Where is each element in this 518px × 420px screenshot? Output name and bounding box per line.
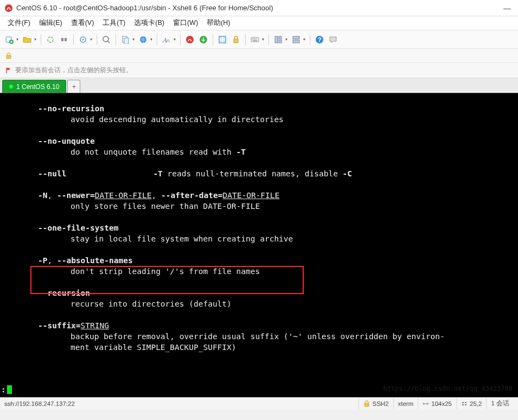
status-bar: ssh://192.168.247.137:22 SSH2 xterm 104x… [0,397,518,409]
connected-dot-icon [9,85,13,88]
prompt-colon: : [1,385,6,394]
minimize-button[interactable]: — [501,4,514,12]
titlebar: CentOS 6.10 - root@CentOS-hadoop1:/usr/s… [0,0,518,16]
svg-rect-30 [7,55,11,59]
status-size: 104x25 [418,398,456,409]
toolbar-separator [73,34,74,45]
opt-N: -N [38,191,47,200]
terminal[interactable]: --no-recursion avoid descending automati… [0,93,518,397]
xagent-button[interactable] [184,34,196,46]
address-bar[interactable] [0,49,518,63]
window-title: CentOS 6.10 - root@CentOS-hadoop1:/usr/s… [16,4,501,12]
flag-T2: -T [153,169,162,178]
toolbar-separator [213,34,213,45]
globe-button[interactable] [137,34,154,46]
desc-one-fs: stay in local file system when creating … [5,233,513,244]
highlight-box [30,266,304,294]
arg-string: STRING [81,321,109,330]
properties-button[interactable] [77,34,93,46]
menu-view[interactable]: 查看(V) [67,17,99,29]
flag-T: -T [236,148,246,156]
desc-suffix-1: backup before removal, override usual su… [5,331,513,342]
toolbar-separator [116,34,116,45]
tab-session-1[interactable]: 1 CentOS 6.10 [2,80,66,93]
toolbar-separator [180,34,181,45]
svg-point-0 [5,4,12,12]
arg-date2: DATE-OR-FILE [223,191,280,200]
menu-tabs[interactable]: 选项卡(B) [130,17,169,29]
xftp-button[interactable] [197,34,209,46]
svg-rect-18 [251,37,259,42]
plus-icon: + [72,83,76,91]
svg-rect-5 [65,38,67,41]
disconnect-button[interactable] [58,34,70,46]
svg-rect-21 [255,39,257,40]
desc-recursion: recurse into directories (default) [5,298,513,309]
svg-point-3 [48,37,53,42]
opt-P: -P [38,256,47,265]
menu-edit[interactable]: 编辑(E) [35,17,67,29]
opt-one-fs: --one-file-system [38,224,118,232]
opt-null: --null [38,169,66,178]
toolbar: AA ? [0,30,518,49]
paste-button[interactable] [119,34,136,46]
svg-rect-34 [465,402,466,403]
lock-icon [363,400,370,407]
new-session-button[interactable] [3,34,20,46]
watermark: https://blog.csdn.net/qq_43413788 [383,383,513,394]
status-cursor-pos: 25,2 [456,398,486,409]
opt-no-unquote: --no-unquote [38,137,95,145]
open-session-button[interactable] [21,34,37,46]
reconnect-button[interactable] [44,34,56,46]
opt-no-recursion: --no-recursion [38,104,104,113]
lock-button[interactable] [230,34,242,46]
fullscreen-button[interactable] [216,34,228,46]
status-proto: SSH2 [359,398,393,409]
svg-rect-33 [462,404,464,405]
menu-file[interactable]: 文件(F) [3,17,35,29]
arg-date1: DATE-OR-FILE [95,191,152,200]
svg-rect-32 [462,402,464,403]
lock-icon [5,53,12,59]
svg-rect-35 [465,404,466,405]
svg-rect-17 [234,39,238,43]
desc-no-recursion: avoid descending automatically in direct… [5,114,513,125]
status-connection: ssh://192.168.247.137:22 [4,400,75,407]
svg-text:?: ? [318,36,322,43]
info-text: 要添加当前会话，点击左侧的箭头按钮。 [15,66,132,75]
toolbar-separator [157,34,157,45]
status-sessions: 1 会话 [486,398,514,409]
svg-point-8 [103,36,108,42]
tile-button[interactable] [290,34,306,46]
opt-after-date: --after-date= [161,191,223,200]
size-icon [423,400,429,407]
tab-label: 1 CentOS 6.10 [16,83,59,91]
flag-C: -C [343,169,352,178]
menubar: 文件(F) 编辑(E) 查看(V) 工具(T) 选项卡(B) 窗口(W) 帮助(… [0,16,518,30]
tab-add-button[interactable]: + [67,80,80,93]
tab-strip: 1 CentOS 6.10 + [0,78,518,93]
svg-rect-4 [61,38,63,41]
prompt-line: : [1,384,12,395]
svg-rect-22 [253,40,257,41]
svg-rect-10 [124,38,129,44]
svg-rect-19 [252,39,253,40]
svg-point-7 [82,39,84,40]
menu-window[interactable]: 窗口(W) [169,17,202,29]
toolbar-separator [310,34,310,45]
toolbar-separator [41,34,41,45]
toolbar-separator [245,34,246,45]
copy-button[interactable] [100,34,112,46]
svg-rect-31 [364,403,369,406]
menu-tools[interactable]: 工具(T) [98,17,130,29]
menu-help[interactable]: 帮助(H) [202,17,234,29]
keyboard-button[interactable] [249,34,265,46]
info-bar: 要添加当前会话，点击左侧的箭头按钮。 [0,63,518,78]
font-button[interactable]: AA [161,34,177,46]
feedback-button[interactable] [327,34,339,46]
layout-button[interactable] [272,34,289,46]
help-button[interactable]: ? [314,34,325,46]
opt-absolute-names: --absolute-names [57,256,133,265]
desc-suffix-2: ment variable SIMPLE_BACKUP_SUFFIX) [5,342,513,353]
svg-rect-26 [293,36,299,39]
